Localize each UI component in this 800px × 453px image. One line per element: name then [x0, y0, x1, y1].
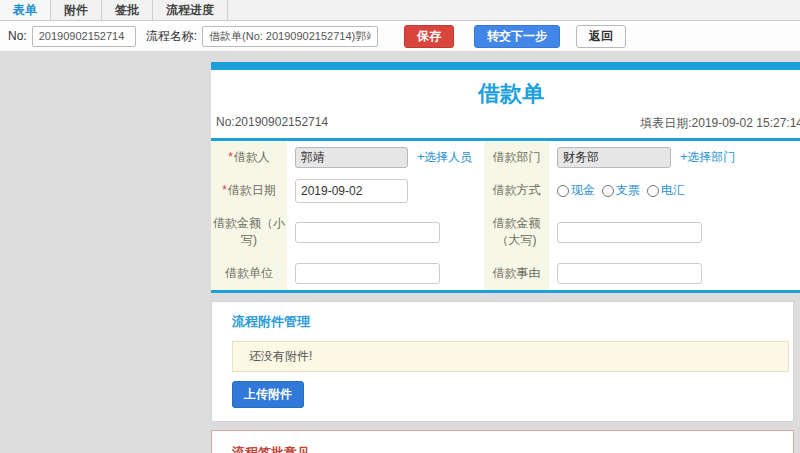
borrow-date-input[interactable]	[295, 179, 408, 203]
toolbar: No: 流程名称: 保存 转交下一步 返回	[0, 21, 800, 52]
borrower-input[interactable]	[295, 147, 408, 168]
table-row: *借款人 +选择人员 借款部门 +选择部门	[211, 141, 800, 174]
amount-upper-input[interactable]	[557, 222, 702, 243]
reason-label: 借款事由	[484, 257, 549, 290]
back-button[interactable]: 返回	[576, 25, 626, 48]
wire-radio[interactable]	[647, 185, 659, 197]
select-person-link[interactable]: +选择人员	[417, 150, 472, 164]
cash-radio[interactable]	[557, 185, 569, 197]
tab-progress[interactable]: 流程进度	[153, 0, 228, 20]
form-title: 借款单	[211, 70, 800, 115]
attachments-heading: 流程附件管理	[232, 313, 789, 331]
required-mark: *	[222, 183, 227, 197]
tab-approval[interactable]: 签批	[102, 0, 153, 20]
amount-upper-label: 借款金额（大写)	[484, 207, 549, 257]
form-panel: 借款单 No:20190902152714 填表日期:2019-09-02 15…	[211, 62, 800, 453]
borrower-label-cell: *借款人	[211, 141, 287, 174]
select-department-link[interactable]: +选择部门	[680, 150, 735, 164]
wire-label: 电汇	[661, 182, 685, 199]
amount-lower-label: 借款金额（小写)	[211, 207, 287, 257]
department-input[interactable]	[557, 147, 671, 168]
cheque-label: 支票	[616, 182, 640, 199]
process-name-input[interactable]	[202, 26, 378, 47]
method-option-cash[interactable]: 现金	[557, 182, 595, 199]
table-row: *借款日期 借款方式 现金	[211, 174, 800, 207]
method-label: 借款方式	[484, 174, 549, 207]
divider-line-bottom	[211, 290, 800, 293]
no-input[interactable]	[32, 26, 136, 47]
process-name-label: 流程名称:	[146, 28, 197, 45]
tab-attachments[interactable]: 附件	[51, 0, 102, 20]
tab-form[interactable]: 表单	[0, 0, 51, 20]
loan-form: 借款单 No:20190902152714 填表日期:2019-09-02 15…	[211, 70, 800, 293]
no-attachments-message: 还没有附件!	[232, 341, 789, 372]
unit-label: 借款单位	[211, 257, 287, 290]
form-fill-date: 填表日期:2019-09-02 15:27:14	[640, 115, 800, 132]
approval-section: 流程签批意见 B I abc ✎ ∞ ∞ ⚑	[211, 430, 794, 453]
method-radio-group: 现金 支票 电汇	[557, 182, 800, 199]
page-background: 借款单 No:20190902152714 填表日期:2019-09-02 15…	[0, 62, 800, 453]
department-label: 借款部门	[484, 141, 549, 174]
tab-bar: 表单 附件 签批 流程进度	[0, 0, 800, 21]
table-row: 借款单位 借款事由	[211, 257, 800, 290]
form-meta-row: No:20190902152714 填表日期:2019-09-02 15:27:…	[211, 115, 800, 138]
form-number: No:20190902152714	[216, 115, 328, 132]
upload-attachment-button[interactable]: 上传附件	[232, 381, 304, 408]
borrower-label: 借款人	[234, 150, 270, 164]
method-option-wire[interactable]: 电汇	[647, 182, 685, 199]
method-option-cheque[interactable]: 支票	[602, 182, 640, 199]
amount-lower-input[interactable]	[295, 222, 440, 243]
forward-next-step-button[interactable]: 转交下一步	[474, 25, 560, 48]
panel-top-accent-bar	[211, 62, 800, 70]
form-fields-table: *借款人 +选择人员 借款部门 +选择部门 *借款日期	[211, 141, 800, 290]
cheque-radio[interactable]	[602, 185, 614, 197]
borrow-date-label: 借款日期	[228, 183, 276, 197]
attachments-section: 流程附件管理 还没有附件! 上传附件	[211, 301, 794, 422]
required-mark: *	[228, 150, 233, 164]
approval-heading: 流程签批意见	[232, 444, 789, 453]
unit-input[interactable]	[295, 263, 440, 284]
borrow-date-label-cell: *借款日期	[211, 174, 287, 207]
reason-input[interactable]	[557, 263, 702, 284]
no-label: No:	[8, 29, 27, 43]
cash-label: 现金	[571, 182, 595, 199]
table-row: 借款金额（小写) 借款金额（大写)	[211, 207, 800, 257]
save-button[interactable]: 保存	[404, 25, 454, 48]
